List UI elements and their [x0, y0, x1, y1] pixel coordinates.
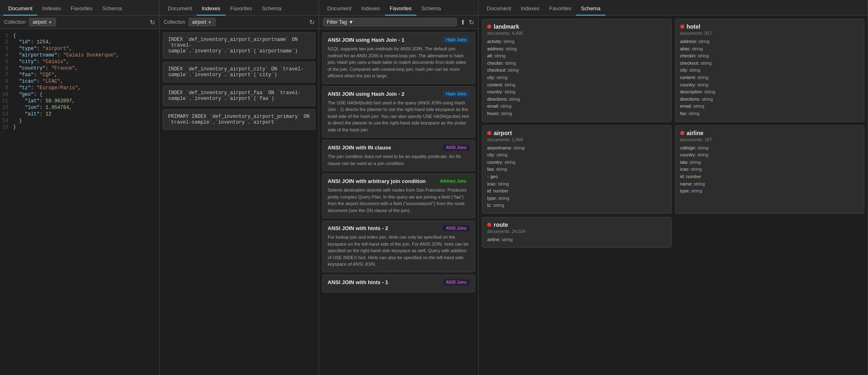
- fav-title: ANSI JOIN with hints - 1 ANSI Joins: [328, 279, 470, 285]
- schema-docs: documents: 1,968: [487, 137, 666, 142]
- code-content: "lat": 50.962097,: [13, 98, 159, 104]
- fav-badge: ANSI Joins: [443, 145, 470, 151]
- filter-bar: Filter Tag ▼ ⬆ ↻: [319, 16, 478, 29]
- tab-indexes-2[interactable]: Indexes: [197, 2, 225, 16]
- export-btn[interactable]: ⬆: [460, 18, 465, 26]
- fav-badge: Arbitrary Joins: [437, 178, 470, 184]
- code-content: }: [13, 118, 159, 124]
- code-line: 9 "tz": "Europe/Paris",: [0, 85, 159, 91]
- code-line: 11 "lat": 50.962097,: [0, 98, 159, 104]
- line-num: 11: [0, 98, 13, 104]
- line-num: 1: [0, 33, 13, 38]
- tab-schema-4[interactable]: Schema: [576, 2, 605, 16]
- fav-name: ANSI JOIN with hints - 2: [328, 225, 388, 231]
- filter-tag-dropdown[interactable]: Filter Tag ▼: [323, 18, 457, 26]
- red-dot-icon: [487, 131, 491, 135]
- line-num: 10: [0, 92, 13, 97]
- refresh-btn-1[interactable]: ↻: [150, 18, 155, 26]
- tab-indexes-4[interactable]: Indexes: [516, 2, 544, 16]
- line-num: 15: [0, 124, 13, 130]
- tab-document-3[interactable]: Document: [322, 2, 356, 16]
- line-num: 6: [0, 66, 13, 71]
- code-line: 1 {: [0, 32, 159, 39]
- schema-card-title: airline: [680, 130, 859, 136]
- panel1-tabs: Document Indexes Favorites Schema: [0, 0, 159, 16]
- red-dot-icon: [487, 223, 491, 227]
- filter-tag-label: Filter Tag: [327, 19, 347, 25]
- schema-card-name: airline: [687, 130, 704, 136]
- fav-badge: Hash Joins: [443, 37, 470, 43]
- collection-label-1: Collection: [4, 19, 26, 25]
- code-content: "alt": 12: [13, 111, 159, 117]
- schema-fields: address: string alias: string checkin: s…: [680, 38, 859, 117]
- favorites-list: ANSI JOIN using Hash Join - 1 Hash Joins…: [319, 29, 478, 375]
- expand-geo-icon[interactable]: ›: [487, 174, 489, 179]
- filter-arrow: ▼: [349, 19, 353, 25]
- code-line: 5 "city": "Calais",: [0, 59, 159, 65]
- red-dot-icon: [680, 131, 684, 135]
- schema-card-route: route documents: 24,024 airline: string: [482, 217, 672, 248]
- code-content: "geo": {: [13, 92, 159, 97]
- schema-card-airline: airline documents: 187 callsign: string …: [675, 125, 865, 214]
- code-line: 12 "lon": 1.954764,: [0, 104, 159, 111]
- tab-schema-3[interactable]: Schema: [416, 2, 446, 16]
- fav-desc: N1QL supports two join methods for ANSI …: [328, 45, 470, 79]
- code-content: "faa": "CQF",: [13, 72, 159, 78]
- schema-card-hotel: hotel documents: 917 address: string ali…: [675, 19, 865, 122]
- schema-card-airport: airport documents: 1,968 airportname: st…: [482, 125, 672, 214]
- tab-document-2[interactable]: Document: [163, 2, 197, 16]
- fav-title: ANSI JOIN using Hash Join - 2 Hash Joins: [328, 91, 470, 97]
- code-line: 7 "faa": "CQF",: [0, 72, 159, 78]
- panel-favorites: Document Indexes Favorites Schema Filter…: [319, 0, 479, 375]
- tab-schema-1[interactable]: Schema: [97, 2, 127, 16]
- code-line: 4 "airportname": "Calais Dunkerque",: [0, 52, 159, 59]
- index-item: INDEX `def_inventory_airport_city` ON `t…: [163, 62, 315, 82]
- code-content: "airportname": "Calais Dunkerque",: [13, 52, 159, 58]
- schema-docs: documents: 917: [680, 31, 859, 36]
- line-num: 3: [0, 46, 13, 52]
- schema-fields: airline: string: [487, 236, 666, 244]
- fav-desc: The join condition does not need to be a…: [328, 153, 470, 167]
- red-dot-icon: [680, 25, 684, 29]
- tab-indexes-3[interactable]: Indexes: [356, 2, 385, 16]
- fav-name: ANSI JOIN with IN clause: [328, 145, 391, 151]
- schema-card-name: landmark: [494, 23, 519, 30]
- tab-indexes-1[interactable]: Indexes: [37, 2, 66, 16]
- favorite-item: ANSI JOIN using Hash Join - 2 Hash Joins…: [322, 86, 475, 138]
- panel-schema: Document Indexes Favorites Schema landma…: [479, 0, 868, 375]
- panel-document: Document Indexes Favorites Schema Collec…: [0, 0, 160, 375]
- line-num: 13: [0, 111, 13, 117]
- code-content: "country": "France",: [13, 66, 159, 71]
- collection-dropdown-2[interactable]: airport ▼: [189, 18, 216, 26]
- refresh-btn-2[interactable]: ↻: [309, 18, 315, 26]
- code-content: "type": "airport",: [13, 46, 159, 52]
- collection-dropdown-1[interactable]: airport ▼: [29, 18, 56, 26]
- fav-badge: ANSI Joins: [443, 279, 470, 285]
- dropdown-arrow-2: ▼: [208, 20, 212, 25]
- fav-title: ANSI JOIN with arbitrary join condition …: [328, 178, 470, 184]
- collection-bar-1: Collection airport ▼ ↻: [0, 16, 159, 29]
- refresh-btn-3[interactable]: ↻: [469, 18, 474, 26]
- code-content: }: [13, 124, 159, 130]
- code-line: 8 "icao": "LFAC",: [0, 78, 159, 85]
- panel2-tabs: Document Indexes Favorites Schema: [160, 0, 319, 16]
- tab-favorites-3[interactable]: Favorites: [385, 2, 416, 16]
- tab-document-4[interactable]: Document: [482, 2, 516, 16]
- favorite-item: ANSI JOIN using Hash Join - 1 Hash Joins…: [322, 32, 475, 84]
- collection-label-2: Collection: [164, 19, 185, 25]
- line-num: 9: [0, 85, 13, 91]
- fav-name: ANSI JOIN with hints - 1: [328, 279, 388, 285]
- tab-document-1[interactable]: Document: [3, 2, 37, 16]
- tab-favorites-4[interactable]: Favorites: [544, 2, 576, 16]
- code-line: 3 "type": "airport",: [0, 45, 159, 52]
- code-content: {: [13, 33, 159, 38]
- tab-schema-2[interactable]: Schema: [257, 2, 286, 16]
- tab-favorites-1[interactable]: Favorites: [66, 2, 97, 16]
- fav-name: ANSI JOIN using Hash Join - 1: [328, 37, 405, 43]
- fav-badge: ANSI Joins: [443, 225, 470, 231]
- schema-docs: documents: 24,024: [487, 229, 666, 234]
- code-content: "id": 1254,: [13, 39, 159, 45]
- code-line: 13 "alt": 12: [0, 111, 159, 117]
- fav-badge: Hash Joins: [443, 91, 470, 97]
- tab-favorites-2[interactable]: Favorites: [225, 2, 257, 16]
